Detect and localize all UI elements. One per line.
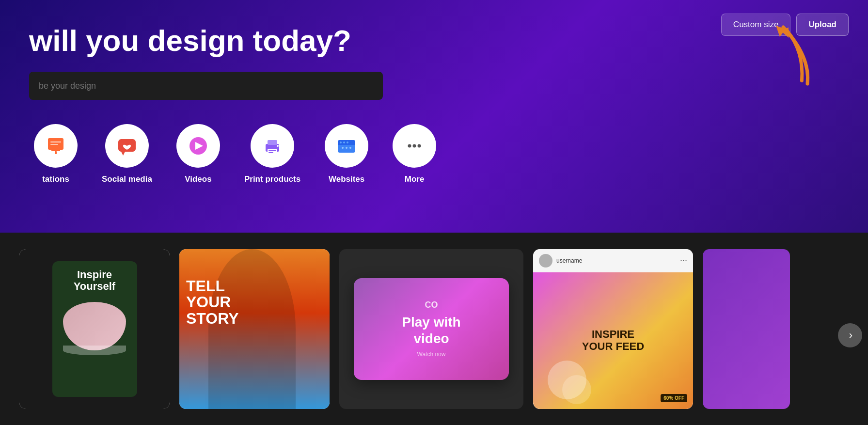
svg-point-27 [408, 144, 411, 148]
svg-marker-9 [121, 152, 125, 156]
card1-title: InspireYourself [74, 269, 115, 292]
svg-point-22 [343, 142, 345, 143]
presentation-icon [46, 136, 66, 156]
more-icon [404, 135, 425, 157]
category-label-social-media: Social media [102, 174, 152, 184]
category-label-videos: Videos [185, 174, 211, 184]
website-icon [336, 135, 357, 157]
category-label-print-products: Print products [244, 174, 300, 184]
svg-point-28 [413, 144, 416, 148]
category-social-media[interactable]: Social media [102, 124, 152, 184]
print-icon [262, 135, 283, 157]
svg-point-25 [346, 147, 347, 149]
template-card-inspire-your-feed[interactable]: username ··· INSPIRE YOUR FEED 60% OFF [533, 249, 693, 409]
card4-badge: 60% OFF [661, 394, 687, 402]
upload-arrow [771, 23, 815, 88]
svg-rect-6 [50, 142, 61, 142]
card3-logo: CO [425, 300, 438, 310]
category-label-presentations: tations [42, 174, 69, 184]
categories-row: tations Social media Video [29, 124, 839, 184]
category-label-websites: Websites [329, 174, 364, 184]
category-label-more: More [405, 174, 425, 184]
category-print-products[interactable]: Print products [244, 124, 300, 184]
svg-rect-16 [268, 152, 273, 153]
category-presentations[interactable]: tations [34, 124, 78, 184]
svg-rect-5 [55, 151, 57, 154]
card2-text: TELL YOUR STORY [186, 278, 238, 327]
svg-point-23 [347, 142, 348, 143]
search-input[interactable] [39, 81, 373, 91]
social-media-icon [116, 135, 138, 157]
svg-rect-4 [51, 150, 60, 151]
template-card-tell-your-story[interactable]: TELL YOUR STORY [179, 249, 330, 409]
card4-text: INSPIRE YOUR FEED [582, 329, 644, 352]
next-button[interactable]: › [838, 323, 862, 347]
hero-section: will you design today? Custom size Uploa… [0, 0, 868, 233]
svg-point-26 [349, 147, 351, 149]
svg-point-21 [340, 142, 342, 143]
svg-point-24 [342, 147, 344, 149]
svg-rect-14 [268, 149, 277, 155]
search-bar [29, 72, 383, 100]
template-card-play-with-video[interactable]: CO Play with video Watch now [339, 249, 523, 409]
next-button-icon: › [849, 329, 852, 342]
video-icon [188, 135, 209, 157]
svg-point-17 [277, 145, 279, 147]
template-card-inspire-yourself[interactable]: InspireYourself [19, 249, 170, 409]
svg-rect-13 [268, 140, 277, 145]
category-videos[interactable]: Videos [176, 124, 220, 184]
svg-rect-7 [50, 144, 58, 145]
category-more[interactable]: More [393, 124, 436, 184]
category-websites[interactable]: Websites [325, 124, 368, 184]
hero-title: will you design today? [29, 24, 839, 57]
card3-text: Play with video [402, 314, 460, 346]
svg-point-29 [418, 144, 421, 148]
template-card-partial [703, 249, 790, 409]
card3-sub: Watch now [417, 351, 446, 358]
svg-rect-15 [268, 150, 276, 151]
templates-section: InspireYourself TELL YOUR STORY CO [0, 233, 868, 425]
svg-rect-8 [118, 139, 136, 152]
